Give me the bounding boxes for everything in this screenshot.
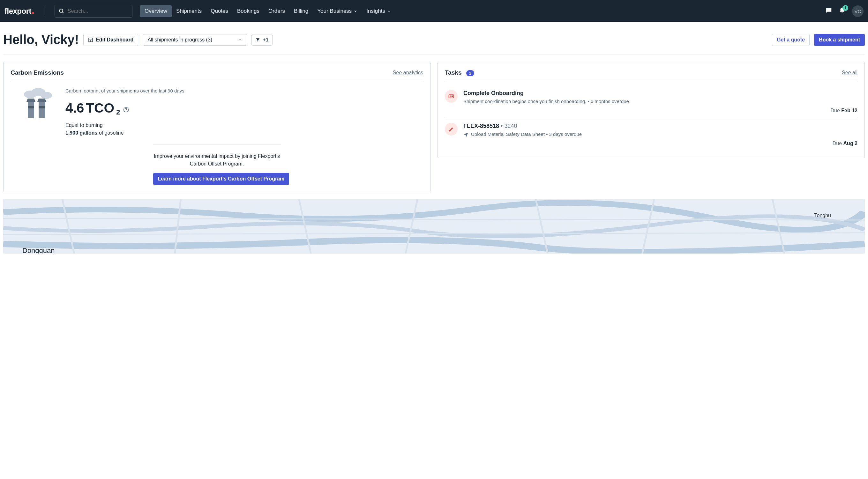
task-body: Complete Onboarding Shipment coordinatio…	[463, 90, 858, 114]
shipments-filter-select[interactable]: All shipments in progress (3)	[143, 34, 247, 45]
extra-filter-label: +1	[262, 37, 268, 43]
carbon-value: 4.6 TCO2	[65, 100, 184, 116]
carbon-body: Carbon footprint of your shipments over …	[10, 86, 423, 137]
task-due-label: Due	[833, 141, 843, 146]
main: Hello, Vicky! Edit Dashboard All shipmen…	[0, 22, 868, 254]
task-sub: Upload Material Safety Data Sheet • 3 da…	[463, 131, 858, 137]
tasks-title-wrap: Tasks 2	[445, 69, 474, 76]
notifications-button[interactable]: 1	[839, 7, 846, 15]
svg-marker-13	[37, 99, 46, 102]
chevron-down-icon	[387, 9, 391, 13]
nav-quotes[interactable]: Quotes	[206, 5, 232, 17]
tasks-card-head: Tasks 2 See all	[445, 69, 858, 81]
nav-overview[interactable]: Overview	[140, 5, 172, 17]
task-due: Due Aug 2	[463, 141, 858, 147]
filter-icon	[256, 38, 260, 42]
nav-your-business-label: Your Business	[317, 8, 352, 14]
see-all-link[interactable]: See all	[842, 70, 858, 75]
task-title-extra: 3240	[504, 123, 517, 129]
equiv-post: of gasoline	[98, 130, 124, 135]
map-label-tonghu: Tonghu	[814, 213, 831, 219]
task-title: Complete Onboarding	[463, 90, 858, 97]
task-due-date: Aug 2	[843, 141, 858, 146]
svg-line-1	[62, 12, 63, 13]
carbon-text: Carbon footprint of your shipments over …	[65, 87, 184, 137]
task-title-main: FLEX-858518	[463, 123, 499, 129]
brand-logo[interactable]: flexport	[4, 7, 34, 15]
svg-point-0	[59, 9, 63, 12]
page-greeting: Hello, Vicky!	[3, 33, 79, 47]
topbar-right: 1 VC	[825, 5, 864, 17]
tasks-count-pill: 2	[466, 70, 474, 76]
search-box[interactable]	[55, 5, 132, 18]
carbon-card: Carbon Emissions See analytics Carbon fo…	[3, 62, 431, 192]
task-due-label: Due	[831, 108, 841, 113]
carbon-card-head: Carbon Emissions See analytics	[10, 69, 423, 81]
factory-icon	[21, 87, 56, 121]
carbon-equiv: Equal to burning 1,900 gallons of gasoli…	[65, 122, 184, 137]
help-icon[interactable]	[123, 107, 129, 114]
svg-rect-11	[39, 106, 45, 108]
avatar[interactable]: VC	[852, 5, 864, 17]
task-item[interactable]: Complete Onboarding Shipment coordinatio…	[445, 86, 858, 118]
carbon-sub: 2	[116, 108, 120, 117]
svg-rect-9	[28, 106, 34, 108]
nav-billing[interactable]: Billing	[289, 5, 313, 17]
carbon-desc: Carbon footprint of your shipments over …	[65, 87, 184, 94]
svg-rect-10	[39, 102, 45, 118]
shipments-filter-label: All shipments in progress (3)	[148, 37, 212, 43]
header-row: Hello, Vicky! Edit Dashboard All shipmen…	[3, 22, 865, 55]
notifications-badge: 1	[842, 5, 848, 11]
pencil-icon	[445, 123, 458, 135]
tasks-card: Tasks 2 See all Complete Onboarding Ship…	[437, 62, 865, 158]
map-panel[interactable]: Tonghu Dongguan	[3, 199, 865, 254]
svg-rect-19	[452, 96, 453, 97]
nav: Overview Shipments Quotes Bookings Order…	[140, 5, 395, 17]
svg-rect-20	[450, 97, 451, 97]
edit-dashboard-label: Edit Dashboard	[96, 37, 133, 43]
task-sub-text: Upload Material Safety Data Sheet • 3 da…	[471, 131, 582, 137]
equiv-pre: Equal to burning	[65, 123, 103, 128]
tasks-card-title: Tasks	[445, 69, 461, 76]
edit-dashboard-button[interactable]: Edit Dashboard	[83, 34, 138, 46]
extra-filter-chip[interactable]: +1	[251, 34, 273, 45]
chevron-down-icon	[353, 9, 358, 13]
messages-button[interactable]	[825, 7, 832, 15]
plane-icon	[463, 132, 468, 137]
divider	[44, 5, 44, 17]
carbon-unit: TCO	[86, 100, 114, 116]
svg-rect-18	[452, 96, 453, 96]
layout-icon	[88, 37, 93, 42]
get-quote-button[interactable]: Get a quote	[772, 34, 810, 46]
search-icon	[59, 8, 64, 14]
svg-point-7	[40, 92, 52, 99]
map-label-dongguan: Dongguan	[22, 247, 55, 254]
task-due-date: Feb 12	[841, 108, 858, 113]
book-shipment-button[interactable]: Book a shipment	[814, 34, 865, 46]
nav-insights[interactable]: Insights	[362, 5, 395, 17]
nav-your-business[interactable]: Your Business	[313, 5, 362, 17]
carbon-footer: Improve your environmental impact by joi…	[153, 145, 281, 185]
nav-orders[interactable]: Orders	[264, 5, 289, 17]
chat-icon	[825, 7, 832, 14]
topbar: flexport Overview Shipments Quotes Booki…	[0, 0, 868, 22]
equiv-bold: 1,900 gallons	[65, 130, 98, 135]
task-item[interactable]: FLEX-858518 • 3240 Upload Material Safet…	[445, 118, 858, 151]
cards-row: Carbon Emissions See analytics Carbon fo…	[3, 55, 865, 199]
chevron-down-icon	[238, 38, 242, 42]
task-title: FLEX-858518 • 3240	[463, 123, 858, 129]
task-due: Due Feb 12	[463, 108, 858, 114]
id-card-icon	[445, 90, 458, 103]
nav-bookings[interactable]: Bookings	[232, 5, 264, 17]
task-body: FLEX-858518 • 3240 Upload Material Safet…	[463, 123, 858, 147]
svg-point-15	[126, 111, 126, 111]
svg-rect-8	[28, 102, 34, 118]
search-input[interactable]	[68, 8, 128, 14]
see-analytics-link[interactable]: See analytics	[393, 70, 423, 75]
svg-point-17	[450, 96, 451, 97]
nav-shipments[interactable]: Shipments	[172, 5, 206, 17]
learn-more-button[interactable]: Learn more about Flexport's Carbon Offse…	[153, 173, 289, 185]
carbon-card-title: Carbon Emissions	[10, 69, 64, 76]
task-sub: Shipment coordination begins once you fi…	[463, 99, 858, 104]
nav-insights-label: Insights	[366, 8, 385, 14]
